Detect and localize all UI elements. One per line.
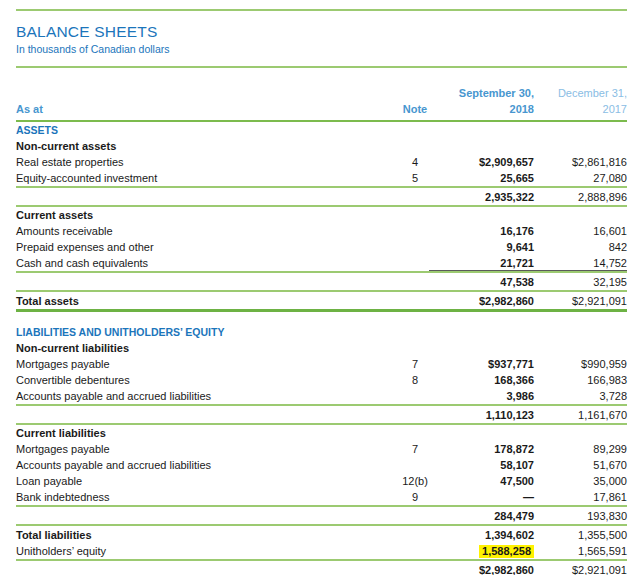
row-label: Non-current assets: [16, 140, 381, 152]
table-row-item: Loan payable12(b)47,50035,000: [16, 473, 627, 489]
row-value-2017: 193,830: [534, 510, 627, 522]
row-label: Mortgages payable: [16, 443, 381, 455]
table-row-item: Accounts payable and accrued liabilities…: [16, 457, 627, 473]
row-note: 7: [381, 358, 449, 370]
table-row-item: Accounts payable and accrued liabilities…: [16, 388, 627, 404]
table-row-subtotal: 2,935,3222,888,896: [16, 188, 627, 205]
row-value-2018: 47,500: [449, 475, 534, 487]
row-label: Prepaid expenses and other: [16, 241, 381, 253]
row-value-2017: 35,000: [534, 475, 627, 487]
row-label: Convertible debentures: [16, 374, 381, 386]
row-value-2017: 14,752: [534, 257, 627, 269]
row-value-2018: $2,982,860: [449, 295, 534, 307]
table-row-item: Equity-accounted investment525,66527,080: [16, 170, 627, 186]
row-value-2018: 168,366: [449, 374, 534, 386]
section-spacer: [16, 312, 627, 324]
table-row-item: Prepaid expenses and other9,641842: [16, 239, 627, 255]
row-value-2018: 3,986: [449, 390, 534, 402]
row-value-2018: —: [449, 491, 534, 503]
table-row-section: LIABILITIES AND UNITHOLDERS’ EQUITY: [16, 324, 627, 340]
row-value-2018: 178,872: [449, 443, 534, 455]
row-value-2018: 25,665: [449, 172, 534, 184]
balance-sheet-rows: ASSETSNon-current assetsReal estate prop…: [16, 122, 627, 575]
row-value-2017: $2,861,816: [534, 156, 627, 168]
row-label: Bank indebtedness: [16, 491, 381, 503]
table-row-total: Total assets$2,982,860$2,921,091: [16, 292, 627, 309]
row-value-2017: $2,921,091: [534, 564, 627, 575]
page-title: BALANCE SHEETS: [16, 23, 627, 41]
row-value-2018: 1,394,602: [449, 529, 534, 541]
page-subtitle: In thousands of Canadian dollars: [16, 43, 627, 55]
row-value-2017: 1,161,670: [534, 409, 627, 421]
balance-sheet-page: BALANCE SHEETS In thousands of Canadian …: [0, 0, 640, 575]
row-note: 9: [381, 491, 449, 503]
row-label: Current liabilities: [16, 427, 381, 439]
top-rule: [16, 9, 627, 11]
row-label: Non-current liabilities: [16, 342, 381, 354]
column-header-note: Note: [381, 103, 449, 115]
row-label: Unitholders’ equity: [16, 545, 381, 557]
row-note: 8: [381, 374, 449, 386]
row-value-2017: 166,983: [534, 374, 627, 386]
row-value-2018: 16,176: [449, 225, 534, 237]
row-value-2017: $990,959: [534, 358, 627, 370]
column-header-date-2017: December 31,: [534, 87, 627, 99]
table-row-section: ASSETS: [16, 122, 627, 138]
row-label: Cash and cash equivalents: [16, 257, 381, 269]
row-value-2018: $2,909,657: [449, 156, 534, 168]
row-value-2017: 1,565,591: [534, 545, 627, 557]
table-header: September 30, December 31, As at Note 20…: [16, 68, 627, 120]
table-row-item: Cash and cash equivalents21,72114,752: [16, 255, 627, 271]
rule-thin-gray: [16, 271, 627, 273]
row-label: Mortgages payable: [16, 358, 381, 370]
row-label: Accounts payable and accrued liabilities: [16, 459, 381, 471]
row-value-2017: 17,861: [534, 491, 627, 503]
row-value-2018: 2,935,322: [449, 191, 534, 203]
table-row-subtotal: 284,479193,830: [16, 507, 627, 524]
table-row-total: Total liabilities1,394,6021,355,500: [16, 526, 627, 543]
column-header-year-2018: 2018: [449, 103, 534, 115]
row-value-2017: 89,299: [534, 443, 627, 455]
row-label: Accounts payable and accrued liabilities: [16, 390, 381, 402]
table-row-subhead: Current liabilities: [16, 425, 627, 441]
row-label: Current assets: [16, 209, 381, 221]
row-label: Amounts receivable: [16, 225, 381, 237]
row-value-2018: 58,107: [449, 459, 534, 471]
table-row-subhead: Non-current liabilities: [16, 340, 627, 356]
row-value-2018: 21,721: [449, 257, 534, 269]
row-value-2017: 842: [534, 241, 627, 253]
table-row-item: Mortgages payable7$937,771$990,959: [16, 356, 627, 372]
table-row-item: Convertible debentures8168,366166,983: [16, 372, 627, 388]
row-value-2017: 27,080: [534, 172, 627, 184]
row-label: Real estate properties: [16, 156, 381, 168]
column-header-date-2018: September 30,: [449, 87, 534, 99]
row-label: Total liabilities: [16, 529, 381, 541]
row-value-2018: 1,588,258: [449, 545, 534, 557]
table-row-subtotal: $2,982,860$2,921,091: [16, 561, 627, 575]
table-row-subtotal: 47,53832,195: [16, 273, 627, 290]
table-row-item: Real estate properties4$2,909,657$2,861,…: [16, 154, 627, 170]
row-value-2017: 3,728: [534, 390, 627, 402]
table-row-item: Unitholders’ equity1,588,2581,565,591: [16, 543, 627, 559]
row-value-2017: 16,601: [534, 225, 627, 237]
column-header-year-2017: 2017: [534, 103, 627, 115]
row-label: Total assets: [16, 295, 381, 307]
table-row-item: Amounts receivable16,17616,601: [16, 223, 627, 239]
row-label: ASSETS: [16, 124, 381, 136]
row-value-2017: 32,195: [534, 276, 627, 288]
row-value-2017: 51,670: [534, 459, 627, 471]
table-row-item: Mortgages payable7178,87289,299: [16, 441, 627, 457]
row-value-2018: 284,479: [449, 510, 534, 522]
table-row-subhead: Non-current assets: [16, 138, 627, 154]
row-value-2017: $2,921,091: [534, 295, 627, 307]
row-value-2018: $2,982,860: [449, 564, 534, 575]
row-note: 7: [381, 443, 449, 455]
table-header-row-labels: As at Note 2018 2017: [16, 99, 627, 115]
row-value-2018: $937,771: [449, 358, 534, 370]
row-value-2017: 1,355,500: [534, 529, 627, 541]
row-label: Equity-accounted investment: [16, 172, 381, 184]
row-label: LIABILITIES AND UNITHOLDERS’ EQUITY: [16, 326, 381, 338]
row-value-2018: 47,538: [449, 276, 534, 288]
table-row-subhead: Current assets: [16, 207, 627, 223]
column-header-as-at: As at: [16, 103, 381, 115]
